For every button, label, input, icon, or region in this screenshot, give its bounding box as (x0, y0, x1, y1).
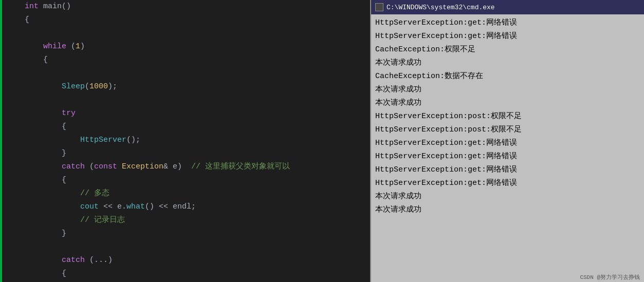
terminal-icon (375, 3, 383, 11)
code-line (25, 27, 370, 40)
code-line: Sleep(1000); (25, 80, 370, 93)
code-line: { (25, 13, 370, 27)
code-line: cout << e.what() << endl; (25, 200, 370, 214)
code-line (25, 93, 370, 107)
code-editor: int main(){ while (1) { Sleep(1000); try… (0, 0, 370, 282)
terminal-line: 本次请求成功 (375, 57, 640, 70)
terminal-line: HttpServerException:post:权限不足 (375, 110, 640, 123)
code-line (25, 240, 370, 254)
code-line: HttpServer(); (25, 134, 370, 147)
code-line: { (25, 53, 370, 67)
terminal-line: HttpServerException:get:网络错误 (375, 137, 640, 150)
terminal-line: 本次请求成功 (375, 83, 640, 97)
terminal-line: HttpServerException:get:网络错误 (375, 150, 640, 163)
code-line: catch (...) (25, 254, 370, 267)
terminal-line: HttpServerException:get:网络错误 (375, 177, 640, 190)
terminal-line: HttpServerException:get:网络错误 (375, 16, 640, 30)
terminal-title: C:\WINDOWS\system32\cmd.exe (387, 4, 495, 11)
code-line: } (25, 147, 370, 160)
left-indicator (0, 0, 2, 282)
code-line: // 记录日志 (25, 214, 370, 227)
terminal-line: 本次请求成功 (375, 203, 640, 217)
terminal-line: CacheException:权限不足 (375, 43, 640, 57)
terminal-titlebar: C:\WINDOWS\system32\cmd.exe (371, 0, 644, 14)
terminal-line: 本次请求成功 (375, 190, 640, 203)
terminal-line: HttpServerException:get:网络错误 (375, 30, 640, 43)
code-line: try (25, 107, 370, 120)
code-line: } (25, 227, 370, 240)
terminal-line: HttpServerException:get:网络错误 (375, 163, 640, 177)
terminal-body: HttpServerException:get:网络错误HttpServerEx… (371, 14, 644, 272)
code-line: { (25, 267, 370, 280)
code-line: int main() (25, 0, 370, 13)
code-line: catch (const Exception& e) // 这里捕获父类对象就可… (25, 160, 370, 174)
terminal-footer: CSDN @努力学习去挣钱 (371, 272, 644, 282)
terminal-line: 本次请求成功 (375, 97, 640, 110)
code-line: while (1) (25, 40, 370, 53)
code-line: { (25, 120, 370, 134)
code-line: { (25, 174, 370, 187)
code-line: // 多态 (25, 187, 370, 200)
terminal-line: HttpServerException:post:权限不足 (375, 123, 640, 137)
terminal-line: CacheException:数据不存在 (375, 70, 640, 83)
code-content: int main(){ while (1) { Sleep(1000); try… (25, 0, 370, 282)
terminal-panel: C:\WINDOWS\system32\cmd.exe HttpServerEx… (370, 0, 644, 282)
code-line (25, 67, 370, 80)
